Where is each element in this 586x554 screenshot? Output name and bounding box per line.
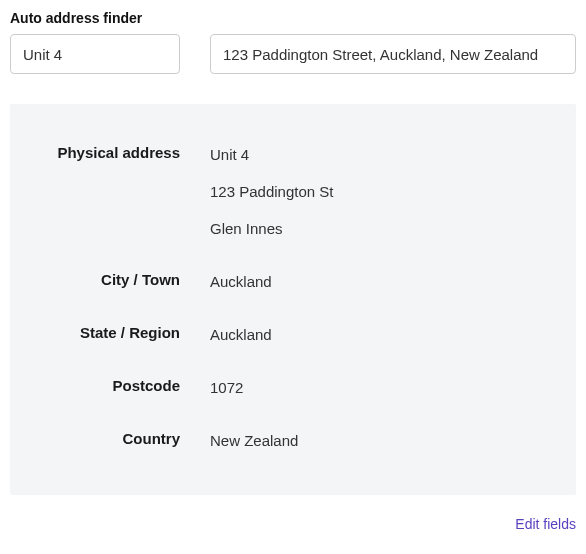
physical-address-line2: 123 Paddington St (210, 181, 333, 202)
edit-fields-row: Edit fields (10, 515, 576, 533)
address-input-row (10, 34, 576, 74)
country-value: New Zealand (210, 430, 298, 451)
postcode-row: Postcode 1072 (40, 377, 546, 398)
physical-address-value: Unit 4 123 Paddington St Glen Innes (210, 144, 333, 239)
physical-address-label: Physical address (40, 144, 210, 161)
address-input[interactable] (210, 34, 576, 74)
edit-fields-link[interactable]: Edit fields (515, 516, 576, 532)
state-label: State / Region (40, 324, 210, 341)
physical-address-line3: Glen Innes (210, 218, 333, 239)
postcode-value: 1072 (210, 377, 243, 398)
state-row: State / Region Auckland (40, 324, 546, 345)
city-label: City / Town (40, 271, 210, 288)
city-row: City / Town Auckland (40, 271, 546, 292)
postcode-label: Postcode (40, 377, 210, 394)
auto-address-finder-label: Auto address finder (10, 10, 576, 26)
country-row: Country New Zealand (40, 430, 546, 451)
state-value: Auckland (210, 324, 272, 345)
physical-address-line1: Unit 4 (210, 144, 333, 165)
address-details-panel: Physical address Unit 4 123 Paddington S… (10, 104, 576, 495)
city-value: Auckland (210, 271, 272, 292)
physical-address-row: Physical address Unit 4 123 Paddington S… (40, 144, 546, 239)
unit-input[interactable] (10, 34, 180, 74)
country-label: Country (40, 430, 210, 447)
